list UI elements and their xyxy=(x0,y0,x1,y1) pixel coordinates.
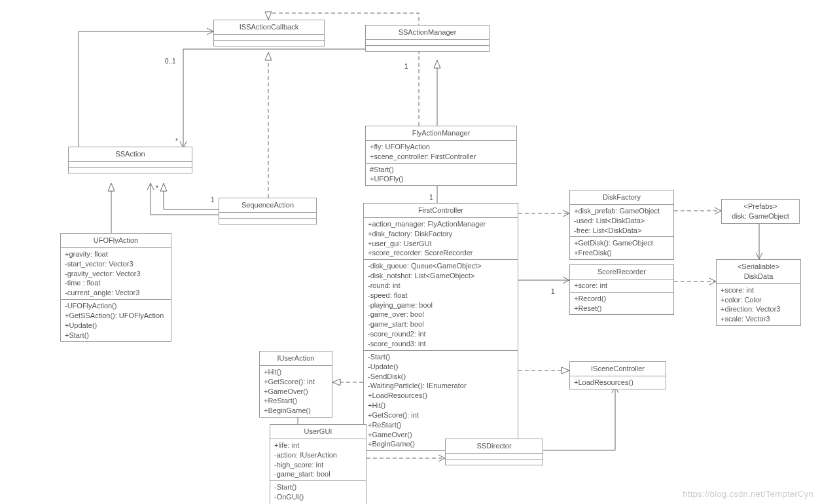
class-ops xyxy=(219,218,316,224)
class-title: <Prefabs> disk: GameObject xyxy=(722,200,799,223)
class-ops: #Start() +UFOFly() xyxy=(366,163,516,186)
mult-seq-one: 1 xyxy=(211,196,215,204)
mult-fc-one: 1 xyxy=(429,194,433,201)
class-title: SSActionManager xyxy=(366,26,489,39)
class-attrs xyxy=(69,161,192,167)
class-ops: -UFOFlyAction() +GetSSAction(): UFOFlyAc… xyxy=(61,299,171,341)
class-UFOFlyAction: UFOFlyAction +gravity: float -start_vect… xyxy=(60,233,171,342)
class-DiskData: <Serialiable> DiskData +score: int +colo… xyxy=(716,259,801,326)
class-ops: +GetDisk(): GameObject +FreeDisk() xyxy=(570,236,673,259)
class-title: UFOFlyAction xyxy=(61,234,171,247)
class-ISSActionCallback: ISSActionCallback xyxy=(213,20,325,46)
mult-score-one: 1 xyxy=(551,288,555,295)
class-UserGUI: UserGUI +life: int -action: IUserAction … xyxy=(270,424,366,504)
class-IUserAction: IUserAction +Hit() +GetScore(): int +Gam… xyxy=(259,351,332,418)
class-attrs: +life: int -action: IUserAction -high_sc… xyxy=(270,439,366,480)
class-attrs: +score: int xyxy=(570,279,673,292)
class-ops: +LoadResources() xyxy=(570,376,666,389)
class-title: SSAction xyxy=(69,147,192,161)
class-ops xyxy=(69,167,192,173)
class-title: ISSActionCallback xyxy=(214,20,324,34)
class-attrs xyxy=(366,39,489,45)
class-ops xyxy=(214,40,324,46)
class-title: SSDirector xyxy=(446,439,543,453)
class-ScoreRecorder: ScoreRecorder +score: int +Record() +Res… xyxy=(569,264,674,315)
class-attrs: +gravity: float -start_vector: Vector3 -… xyxy=(61,247,171,299)
class-title: IUserAction xyxy=(260,351,332,365)
class-title: ScoreRecorder xyxy=(570,265,673,279)
class-attrs xyxy=(446,453,543,459)
class-title: <Serialiable> DiskData xyxy=(717,260,800,283)
class-title: ISceneController xyxy=(570,362,666,376)
class-ops: +Hit() +GetScore(): int +GameOver() +ReS… xyxy=(260,365,332,417)
class-attrs xyxy=(214,34,324,40)
mult-ssaction-callback: 0..1 xyxy=(165,58,176,65)
class-SequenceAction: SequenceAction xyxy=(219,198,317,225)
mult-ssam-one: 1 xyxy=(404,63,408,70)
class-attrs xyxy=(219,212,316,218)
watermark-text: https://blog.csdn.net/TempterCyn xyxy=(683,489,813,499)
class-title: FirstController xyxy=(364,204,518,217)
class-attrs2: -disk_queue: Queue<GameObject> -disk_not… xyxy=(364,259,518,350)
class-attrs: +fly: UFOFlyAction +scene_controller: Fi… xyxy=(366,140,516,163)
class-DiskFactory: DiskFactory +disk_prefab: GameObject -us… xyxy=(569,190,674,260)
mult-seq-ssaction-star: * xyxy=(156,185,158,192)
class-FirstController: FirstController +action_manager: FlyActi… xyxy=(363,203,518,451)
class-Prefabs: <Prefabs> disk: GameObject xyxy=(721,199,800,224)
class-ops xyxy=(446,459,543,465)
class-SSActionManager: SSActionManager xyxy=(365,25,490,52)
class-attrs: +disk_prefab: GameObject -used: List<Dis… xyxy=(570,204,673,237)
class-SSDirector: SSDirector xyxy=(445,439,543,465)
class-FlyActionManager: FlyActionManager +fly: UFOFlyAction +sce… xyxy=(365,126,517,186)
class-title: FlyActionManager xyxy=(366,126,516,140)
class-title: SequenceAction xyxy=(219,198,316,212)
class-SSAction: SSAction xyxy=(68,147,192,173)
class-attrs1: +action_manager: FlyActionManager +disk_… xyxy=(364,217,518,259)
class-ISceneController: ISceneController +LoadResources() xyxy=(569,361,666,389)
class-attrs: +score: int +color: Color +direction: Ve… xyxy=(717,283,800,325)
class-title: DiskFactory xyxy=(570,190,673,204)
class-title: UserGUI xyxy=(270,425,366,439)
class-ops: -Start() -Update() -SendDisk() -WaitingP… xyxy=(364,350,518,450)
class-ops: +Record() +Reset() xyxy=(570,292,673,315)
class-ops xyxy=(366,45,489,51)
class-ops: -Start() -OnGUI() +ReduceBlood() xyxy=(270,480,366,504)
mult-ssam-ssaction-star: * xyxy=(175,137,178,145)
